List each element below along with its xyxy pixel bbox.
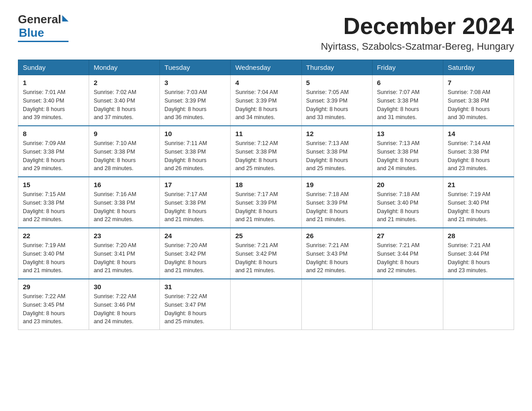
day-number: 26	[306, 232, 368, 240]
calendar-header-row: Sunday Monday Tuesday Wednesday Thursday…	[18, 60, 514, 75]
day-number: 3	[164, 79, 226, 86]
day-number: 6	[377, 79, 438, 86]
table-row	[443, 279, 514, 330]
day-number: 25	[235, 232, 296, 240]
table-row: 24 Sunrise: 7:20 AMSunset: 3:42 PMDaylig…	[160, 228, 231, 279]
day-info: Sunrise: 7:08 AMSunset: 3:38 PMDaylight:…	[448, 89, 490, 120]
day-number: 22	[23, 232, 84, 240]
table-row: 4 Sunrise: 7:04 AMSunset: 3:39 PMDayligh…	[231, 75, 301, 126]
logo-triangle-icon	[62, 15, 69, 21]
day-info: Sunrise: 7:20 AMSunset: 3:42 PMDaylight:…	[164, 242, 207, 274]
page-subtitle: Nyirtass, Szabolcs-Szatmar-Bereg, Hungar…	[321, 41, 514, 52]
day-number: 12	[306, 130, 368, 137]
day-info: Sunrise: 7:21 AMSunset: 3:44 PMDaylight:…	[377, 242, 420, 274]
table-row: 27 Sunrise: 7:21 AMSunset: 3:44 PMDaylig…	[372, 228, 443, 279]
table-row: 7 Sunrise: 7:08 AMSunset: 3:38 PMDayligh…	[443, 75, 514, 126]
table-row	[301, 279, 372, 330]
day-number: 9	[94, 130, 155, 137]
table-row: 15 Sunrise: 7:15 AMSunset: 3:38 PMDaylig…	[18, 177, 89, 228]
table-row: 11 Sunrise: 7:12 AMSunset: 3:38 PMDaylig…	[231, 126, 301, 177]
calendar-table: Sunday Monday Tuesday Wednesday Thursday…	[18, 60, 514, 330]
day-number: 24	[164, 232, 226, 240]
table-row: 26 Sunrise: 7:21 AMSunset: 3:43 PMDaylig…	[301, 228, 372, 279]
table-row	[231, 279, 301, 330]
table-row: 13 Sunrise: 7:13 AMSunset: 3:38 PMDaylig…	[372, 126, 443, 177]
day-info: Sunrise: 7:18 AMSunset: 3:39 PMDaylight:…	[306, 191, 349, 223]
day-info: Sunrise: 7:12 AMSunset: 3:38 PMDaylight:…	[235, 140, 278, 171]
table-row: 21 Sunrise: 7:19 AMSunset: 3:40 PMDaylig…	[443, 177, 514, 228]
table-row: 14 Sunrise: 7:14 AMSunset: 3:38 PMDaylig…	[443, 126, 514, 177]
day-info: Sunrise: 7:02 AMSunset: 3:40 PMDaylight:…	[94, 89, 136, 120]
day-info: Sunrise: 7:22 AMSunset: 3:45 PMDaylight:…	[23, 293, 65, 325]
day-number: 4	[235, 79, 296, 86]
table-row: 29 Sunrise: 7:22 AMSunset: 3:45 PMDaylig…	[18, 279, 89, 330]
day-info: Sunrise: 7:15 AMSunset: 3:38 PMDaylight:…	[23, 191, 65, 223]
table-row: 3 Sunrise: 7:03 AMSunset: 3:39 PMDayligh…	[160, 75, 231, 126]
table-row: 25 Sunrise: 7:21 AMSunset: 3:42 PMDaylig…	[231, 228, 301, 279]
col-header-tuesday: Tuesday	[160, 60, 231, 75]
day-info: Sunrise: 7:17 AMSunset: 3:38 PMDaylight:…	[164, 191, 207, 223]
day-info: Sunrise: 7:01 AMSunset: 3:40 PMDaylight:…	[23, 89, 65, 120]
table-row	[372, 279, 443, 330]
day-number: 10	[164, 130, 226, 137]
logo-general-text: General	[18, 13, 61, 25]
table-row: 23 Sunrise: 7:20 AMSunset: 3:41 PMDaylig…	[89, 228, 160, 279]
table-row: 20 Sunrise: 7:18 AMSunset: 3:40 PMDaylig…	[372, 177, 443, 228]
day-number: 14	[448, 130, 509, 137]
col-header-saturday: Saturday	[443, 60, 514, 75]
day-number: 20	[377, 181, 438, 188]
day-number: 17	[164, 181, 226, 188]
day-number: 2	[94, 79, 155, 86]
day-info: Sunrise: 7:16 AMSunset: 3:38 PMDaylight:…	[94, 191, 136, 223]
title-area: December 2024 Nyirtass, Szabolcs-Szatmar…	[321, 13, 514, 52]
table-row: 28 Sunrise: 7:21 AMSunset: 3:44 PMDaylig…	[443, 228, 514, 279]
day-number: 8	[23, 130, 84, 137]
table-row: 31 Sunrise: 7:22 AMSunset: 3:47 PMDaylig…	[160, 279, 231, 330]
calendar-week-3: 15 Sunrise: 7:15 AMSunset: 3:38 PMDaylig…	[18, 177, 514, 228]
day-number: 1	[23, 79, 84, 86]
table-row: 10 Sunrise: 7:11 AMSunset: 3:38 PMDaylig…	[160, 126, 231, 177]
table-row: 19 Sunrise: 7:18 AMSunset: 3:39 PMDaylig…	[301, 177, 372, 228]
day-info: Sunrise: 7:22 AMSunset: 3:46 PMDaylight:…	[94, 293, 136, 325]
day-info: Sunrise: 7:13 AMSunset: 3:38 PMDaylight:…	[377, 140, 420, 171]
day-number: 30	[94, 283, 155, 291]
day-number: 29	[23, 283, 84, 291]
table-row: 12 Sunrise: 7:13 AMSunset: 3:38 PMDaylig…	[301, 126, 372, 177]
day-number: 27	[377, 232, 438, 240]
table-row: 1 Sunrise: 7:01 AMSunset: 3:40 PMDayligh…	[18, 75, 89, 126]
day-number: 31	[164, 283, 226, 291]
day-info: Sunrise: 7:21 AMSunset: 3:43 PMDaylight:…	[306, 242, 349, 274]
day-info: Sunrise: 7:05 AMSunset: 3:39 PMDaylight:…	[306, 89, 349, 120]
day-info: Sunrise: 7:20 AMSunset: 3:41 PMDaylight:…	[94, 242, 136, 274]
day-number: 15	[23, 181, 84, 188]
page-title: December 2024	[321, 13, 514, 39]
day-info: Sunrise: 7:19 AMSunset: 3:40 PMDaylight:…	[23, 242, 65, 274]
table-row: 5 Sunrise: 7:05 AMSunset: 3:39 PMDayligh…	[301, 75, 372, 126]
col-header-monday: Monday	[89, 60, 160, 75]
day-number: 5	[306, 79, 368, 86]
col-header-friday: Friday	[372, 60, 443, 75]
day-number: 28	[448, 232, 509, 240]
day-info: Sunrise: 7:07 AMSunset: 3:38 PMDaylight:…	[377, 89, 420, 120]
day-info: Sunrise: 7:11 AMSunset: 3:38 PMDaylight:…	[164, 140, 207, 171]
table-row: 30 Sunrise: 7:22 AMSunset: 3:46 PMDaylig…	[89, 279, 160, 330]
day-number: 16	[94, 181, 155, 188]
col-header-thursday: Thursday	[301, 60, 372, 75]
table-row: 22 Sunrise: 7:19 AMSunset: 3:40 PMDaylig…	[18, 228, 89, 279]
calendar-week-4: 22 Sunrise: 7:19 AMSunset: 3:40 PMDaylig…	[18, 228, 514, 279]
day-info: Sunrise: 7:19 AMSunset: 3:40 PMDaylight:…	[448, 191, 490, 223]
logo-underline	[18, 41, 69, 42]
table-row: 17 Sunrise: 7:17 AMSunset: 3:38 PMDaylig…	[160, 177, 231, 228]
day-number: 18	[235, 181, 296, 188]
table-row: 2 Sunrise: 7:02 AMSunset: 3:40 PMDayligh…	[89, 75, 160, 126]
day-info: Sunrise: 7:13 AMSunset: 3:38 PMDaylight:…	[306, 140, 349, 171]
page-header: General Blue December 2024 Nyirtass, Sza…	[18, 13, 514, 52]
table-row: 18 Sunrise: 7:17 AMSunset: 3:39 PMDaylig…	[231, 177, 301, 228]
day-number: 21	[448, 181, 509, 188]
day-info: Sunrise: 7:21 AMSunset: 3:42 PMDaylight:…	[235, 242, 278, 274]
col-header-wednesday: Wednesday	[231, 60, 301, 75]
calendar-week-5: 29 Sunrise: 7:22 AMSunset: 3:45 PMDaylig…	[18, 279, 514, 330]
calendar-week-2: 8 Sunrise: 7:09 AMSunset: 3:38 PMDayligh…	[18, 126, 514, 177]
day-info: Sunrise: 7:17 AMSunset: 3:39 PMDaylight:…	[235, 191, 278, 223]
table-row: 16 Sunrise: 7:16 AMSunset: 3:38 PMDaylig…	[89, 177, 160, 228]
